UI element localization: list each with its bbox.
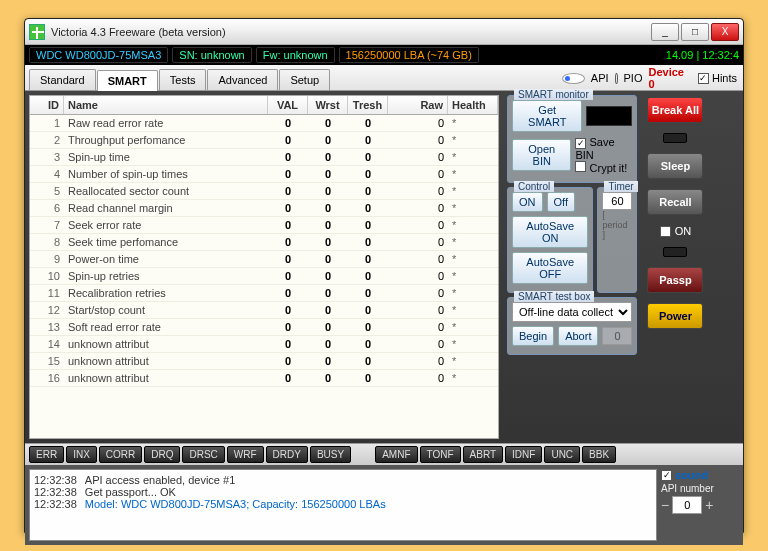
test-counter xyxy=(602,327,632,345)
timer-period: [ period ] xyxy=(602,210,632,240)
timer-input[interactable] xyxy=(602,192,632,210)
tab-bar: Standard SMART Tests Advanced Setup API … xyxy=(25,65,743,91)
open-bin-button[interactable]: Open BIN xyxy=(512,139,571,171)
checkbox-on[interactable] xyxy=(660,226,671,237)
ctrl-off-button[interactable]: Off xyxy=(547,192,575,212)
status-register-bar: ERRINXCORRDRQDRSCWRFDRDYBUSYAMNFTONFABRT… xyxy=(25,443,743,465)
status-bbk: BBK xyxy=(582,446,616,463)
status-wrf: WRF xyxy=(227,446,264,463)
power-button[interactable]: Power xyxy=(647,303,703,329)
tab-advanced[interactable]: Advanced xyxy=(207,69,278,90)
status-drq: DRQ xyxy=(144,446,180,463)
app-window: Victoria 4.3 Freeware (beta version) _ □… xyxy=(24,18,744,533)
control-legend: Control xyxy=(514,181,554,192)
drive-sn: SN: unknown xyxy=(172,47,251,63)
status-inx: INX xyxy=(66,446,97,463)
api-number-label: API number xyxy=(661,483,739,494)
radio-api-label: API xyxy=(591,72,609,84)
table-row[interactable]: 4Number of spin-up times0000* xyxy=(30,166,498,183)
api-number-input[interactable] xyxy=(672,496,702,514)
device-label: Device 0 xyxy=(648,66,683,90)
smart-test-select[interactable]: Off-line data collect xyxy=(512,302,632,322)
table-row[interactable]: 1Raw read error rate0000* xyxy=(30,115,498,132)
status-drdy: DRDY xyxy=(266,446,308,463)
tab-standard[interactable]: Standard xyxy=(29,69,96,90)
table-row[interactable]: 8Seek time perfomance0000* xyxy=(30,234,498,251)
checkbox-savebin[interactable]: ✓ xyxy=(575,138,586,149)
col-val[interactable]: VAL xyxy=(268,96,308,114)
log-line: 12:32:38Model: WDC WD800JD-75MSA3; Capac… xyxy=(34,498,652,510)
break-all-button[interactable]: Break All xyxy=(647,97,703,123)
table-row[interactable]: 10Spin-up retries0000* xyxy=(30,268,498,285)
radio-pio-label: PIO xyxy=(624,72,643,84)
begin-button[interactable]: Begin xyxy=(512,326,554,346)
tab-tests[interactable]: Tests xyxy=(159,69,207,90)
titlebar[interactable]: Victoria 4.3 Freeware (beta version) _ □… xyxy=(25,19,743,45)
status-busy: BUSY xyxy=(310,446,351,463)
autosave-on-button[interactable]: AutoSave ON xyxy=(512,216,588,248)
log-line: 12:32:38API access enabled, device #1 xyxy=(34,474,652,486)
timer-box: Timer [ period ] xyxy=(597,187,637,293)
sleep-button[interactable]: Sleep xyxy=(647,153,703,179)
status-err: ERR xyxy=(29,446,64,463)
app-icon xyxy=(29,24,45,40)
table-row[interactable]: 15unknown attribut0000* xyxy=(30,353,498,370)
status-idnf: IDNF xyxy=(505,446,542,463)
maximize-button[interactable]: □ xyxy=(681,23,709,41)
led-indicator-2 xyxy=(663,247,687,257)
led-indicator xyxy=(663,133,687,143)
col-id[interactable]: ID xyxy=(30,96,64,114)
table-row[interactable]: 2Throughput perfomance0000* xyxy=(30,132,498,149)
sound-label: sound xyxy=(675,469,708,481)
tab-smart[interactable]: SMART xyxy=(97,70,158,91)
abort-button[interactable]: Abort xyxy=(558,326,598,346)
col-wrst[interactable]: Wrst xyxy=(308,96,348,114)
table-row[interactable]: 5Reallocated sector count0000* xyxy=(30,183,498,200)
control-box: Control ONOff AutoSave ON AutoSave OFF xyxy=(507,187,593,293)
autosave-off-button[interactable]: AutoSave OFF xyxy=(512,252,588,284)
passp-button[interactable]: Passp xyxy=(647,267,703,293)
checkbox-sound[interactable]: ✓ xyxy=(661,470,672,481)
table-row[interactable]: 12Start/stop count0000* xyxy=(30,302,498,319)
radio-api[interactable] xyxy=(562,73,585,84)
smart-test-legend: SMART test box xyxy=(514,291,594,302)
api-minus-button[interactable]: − xyxy=(661,497,669,513)
log-output[interactable]: 12:32:38API access enabled, device #112:… xyxy=(29,469,657,541)
col-tresh[interactable]: Tresh xyxy=(348,96,388,114)
status-tonf: TONF xyxy=(420,446,461,463)
table-row[interactable]: 9Power-on time0000* xyxy=(30,251,498,268)
app-title: Victoria 4.3 Freeware (beta version) xyxy=(51,26,651,38)
checkbox-crypt[interactable] xyxy=(575,161,586,172)
checkbox-hints[interactable]: ✓ xyxy=(698,73,709,84)
smart-monitor-box: SMART monitor Get SMART Open BIN ✓ Save … xyxy=(507,95,637,183)
table-row[interactable]: 7Seek error rate0000* xyxy=(30,217,498,234)
table-row[interactable]: 16unknown attribut0000* xyxy=(30,370,498,387)
drive-lba: 156250000 LBA (~74 GB) xyxy=(339,47,479,63)
table-row[interactable]: 13Soft read error rate0000* xyxy=(30,319,498,336)
log-panel: 12:32:38API access enabled, device #112:… xyxy=(25,465,743,545)
table-row[interactable]: 11Recalibration retries0000* xyxy=(30,285,498,302)
radio-pio[interactable] xyxy=(615,73,618,84)
api-plus-button[interactable]: + xyxy=(705,497,713,513)
table-row[interactable]: 14unknown attribut0000* xyxy=(30,336,498,353)
table-row[interactable]: 3Spin-up time0000* xyxy=(30,149,498,166)
status-amnf: AMNF xyxy=(375,446,417,463)
col-health[interactable]: Health xyxy=(448,96,498,114)
close-button[interactable]: X xyxy=(711,23,739,41)
monitor-display xyxy=(586,106,632,126)
timer-legend: Timer xyxy=(604,181,637,192)
smart-test-box: SMART test box Off-line data collect Beg… xyxy=(507,297,637,355)
recall-button[interactable]: Recall xyxy=(647,189,703,215)
minimize-button[interactable]: _ xyxy=(651,23,679,41)
col-name[interactable]: Name xyxy=(64,96,268,114)
col-raw[interactable]: Raw xyxy=(388,96,448,114)
ctrl-on-button[interactable]: ON xyxy=(512,192,543,212)
tab-setup[interactable]: Setup xyxy=(279,69,330,90)
status-abrt: ABRT xyxy=(463,446,504,463)
log-line: 12:32:38Get passport... OK xyxy=(34,486,652,498)
table-row[interactable]: 6Read channel margin0000* xyxy=(30,200,498,217)
status-corr: CORR xyxy=(99,446,142,463)
drive-fw: Fw: unknown xyxy=(256,47,335,63)
hints-label: Hints xyxy=(712,72,737,84)
get-smart-button[interactable]: Get SMART xyxy=(512,100,582,132)
